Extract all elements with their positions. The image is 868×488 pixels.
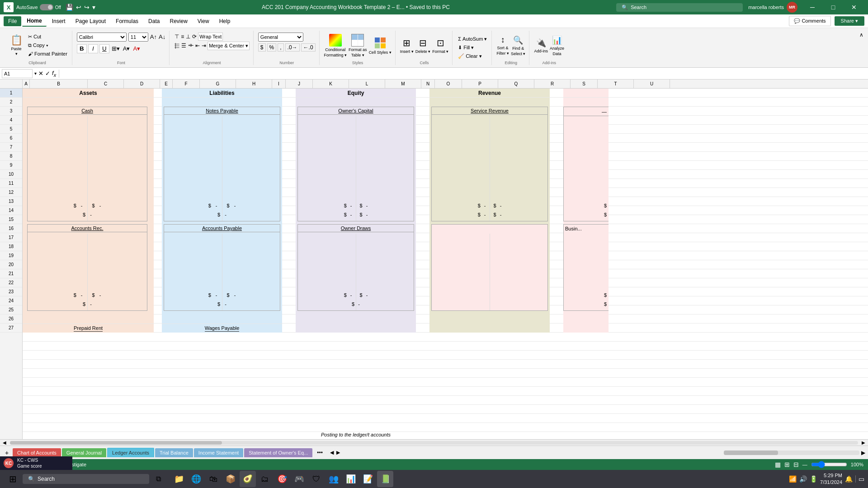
insert-cells-button[interactable]: ⊞ Insert ▾ [400,38,414,54]
clear-button[interactable]: 🧹 Clear ▾ [457,52,488,60]
row-15-num[interactable]: 15 [0,215,22,224]
bold-button[interactable]: B [77,44,87,53]
row-17-num[interactable]: 17 [0,233,22,242]
row-12-num[interactable]: 12 [0,188,22,197]
show-desktop-button[interactable]: ▭ [855,475,864,483]
decrease-decimal-button[interactable]: .0→ [285,43,300,52]
col-header-S[interactable]: S [571,80,598,88]
row-19-num[interactable]: 19 [0,251,22,260]
fill-button[interactable]: ⬇ Fill ▾ [457,44,488,52]
add-ins-button[interactable]: 🔌 Add-ins [534,38,548,53]
col-header-L[interactable]: L [349,80,385,88]
increase-font-button[interactable]: A↑ [150,33,157,40]
confirm-formula-icon[interactable]: ✓ [45,70,50,77]
save-icon[interactable]: 💾 [66,4,73,11]
col-header-E[interactable]: E [160,80,173,88]
row-2-num[interactable]: 2 [0,98,22,107]
row-27-num[interactable]: 27 [0,324,22,333]
col-header-P[interactable]: P [462,80,498,88]
select-all-button[interactable] [0,80,23,88]
decrease-font-button[interactable]: A↓ [159,33,165,40]
row-26-num[interactable]: 26 [0,314,22,324]
maximize-button[interactable]: □ [823,0,844,14]
percent-button[interactable]: % [267,43,277,52]
analyze-data-button[interactable]: 📊 AnalyzeData [550,35,564,56]
tab-trial-balance[interactable]: Trial Balance [155,448,193,457]
align-bottom-button[interactable]: ⊥ [185,33,191,40]
col-header-C[interactable]: C [88,80,124,88]
minimize-button[interactable]: ─ [802,0,823,14]
col-header-Q[interactable]: Q [498,80,534,88]
row-8-num[interactable]: 8 [0,152,22,161]
row-7-num[interactable]: 7 [0,143,22,152]
col-header-T[interactable]: T [598,80,634,88]
scroll-right-button[interactable]: ▶ [860,449,866,457]
taskbar-app-word[interactable]: 📝 [360,471,376,487]
align-top-button[interactable]: ⊤ [174,33,179,40]
row-16-num[interactable]: 16 [0,224,22,233]
autosum-button[interactable]: Σ AutoSum ▾ [457,35,488,43]
taskbar-app-excel[interactable]: 📗 [377,471,393,487]
tab-income-statement[interactable]: Income Statement [194,448,243,457]
page-layout-view-button[interactable]: ⊞ [784,461,790,468]
orientation-button[interactable]: ⟳ [192,33,197,40]
delete-cells-button[interactable]: ⊟ Delete ▾ [415,38,431,54]
menu-review[interactable]: Review [165,16,192,26]
menu-insert[interactable]: Insert [47,16,70,26]
user-area[interactable]: marcella roberts MR [748,2,797,13]
row-21-num[interactable]: 21 [0,269,22,278]
col-header-O[interactable]: O [435,80,462,88]
notification-icon[interactable]: 🔔 [845,475,853,483]
sheet-scroll-area[interactable] [724,450,859,455]
insert-function-icon[interactable]: fx [52,70,56,78]
row-18-num[interactable]: 18 [0,242,22,251]
taskbar-network-icon[interactable]: 📶 [789,475,797,483]
menu-home[interactable]: Home [22,16,46,27]
formula-input[interactable]: Assets [62,69,866,78]
row-22-num[interactable]: 22 [0,278,22,287]
menu-page-layout[interactable]: Page Layout [71,16,110,26]
start-button[interactable]: ⊞ [4,471,22,487]
close-button[interactable]: ✕ [844,0,864,14]
increase-indent-button[interactable]: ⇥ [201,42,207,49]
more-sheets-button[interactable]: ••• [315,449,325,457]
wrap-text-button[interactable]: Wrap Text [198,33,223,41]
scroll-tabs-left-button[interactable]: ◀ [329,449,335,456]
name-box-expand-icon[interactable]: ▾ [34,71,37,76]
align-center-button[interactable]: ☰ [181,42,187,49]
number-format-select[interactable]: General [258,33,303,42]
tab-general-journal[interactable]: General Journal [62,448,106,457]
taskbar-app-mail[interactable]: 📦 [222,471,239,487]
col-header-H[interactable]: H [236,80,272,88]
format-cells-button[interactable]: ⊡ Format ▾ [432,38,448,54]
row-23-num[interactable]: 23 [0,287,22,296]
row-4-num[interactable]: 4 [0,116,22,125]
merge-center-button[interactable]: Merge & Center ▾ [208,42,250,50]
col-header-I[interactable]: I [272,80,286,88]
task-view-button[interactable]: ⧉ [150,471,166,487]
tab-ledger-accounts[interactable]: Ledger Accounts [107,448,154,457]
tab-chart-of-accounts[interactable]: Chart of Accounts [13,448,61,457]
row-9-num[interactable]: 9 [0,161,22,170]
kc-cws-badge[interactable]: KC KC - CWS Game score [0,456,72,470]
align-middle-button[interactable]: ≡ [180,33,184,40]
taskbar-app-avocado[interactable]: 🥑 [240,471,256,487]
copy-button[interactable]: ⧉ Copy ▾ [27,42,68,49]
share-button[interactable]: Share ▾ [835,16,864,26]
underline-button[interactable]: U [99,44,109,53]
ribbon-collapse-button[interactable]: ∧ [858,30,865,40]
horizontal-scrollbar[interactable]: ◀ ▶ [0,439,868,446]
row-25-num[interactable]: 25 [0,305,22,314]
cell-styles-button[interactable]: Cell Styles ▾ [369,37,392,55]
search-box[interactable]: 🔍 Search [616,3,743,12]
row-5-num[interactable]: 5 [0,125,22,134]
col-header-N[interactable]: N [421,80,435,88]
format-painter-button[interactable]: 🖌 Format Painter [27,50,68,57]
row-13-num[interactable]: 13 [0,197,22,206]
row-14-num[interactable]: 14 [0,206,22,215]
menu-view[interactable]: View [193,16,214,26]
taskbar-app-tasks[interactable]: 🎯 [274,471,290,487]
italic-button[interactable]: I [88,44,98,53]
format-as-table-button[interactable]: Format asTable ▾ [349,34,367,57]
name-box[interactable] [2,69,33,78]
